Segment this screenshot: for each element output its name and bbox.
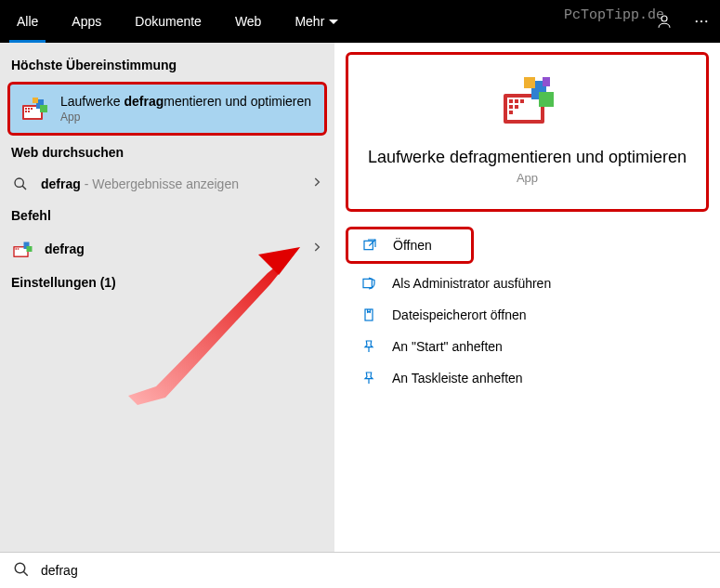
svg-rect-7 [28, 108, 30, 110]
svg-point-0 [661, 16, 667, 21]
command-label: defrag [45, 242, 310, 256]
ellipsis-icon[interactable] [683, 0, 720, 43]
svg-rect-13 [33, 98, 38, 103]
svg-point-3 [705, 20, 707, 22]
content-area: Höchste Übereinstimmung Laufwerke defrag… [0, 43, 720, 552]
action-run-admin[interactable]: Als Administrator ausführen [334, 268, 720, 299]
action-open-label: Öffnen [393, 238, 432, 253]
svg-point-42 [15, 563, 25, 573]
svg-rect-31 [509, 111, 513, 114]
action-pin-taskbar[interactable]: An Taskleiste anheften [334, 362, 720, 394]
pin-taskbar-icon [360, 370, 377, 386]
tab-documents[interactable]: Dokumente [118, 0, 218, 43]
tab-more-label: Mehr [295, 14, 324, 29]
action-pinstart-label: An "Start" anheften [392, 339, 503, 354]
command-result[interactable]: defrag [0, 229, 334, 269]
title-pre: Laufwerke [60, 94, 124, 109]
svg-rect-9 [25, 111, 27, 112]
best-match-title: Laufwerke defragmentieren und optimieren [60, 94, 315, 109]
title-post: mentieren und optimieren [164, 94, 311, 109]
search-icon [13, 561, 30, 581]
best-match-header: Höchste Übereinstimmung [0, 52, 334, 78]
defrag-large-icon [498, 72, 557, 131]
chevron-right-icon [310, 241, 323, 257]
tab-web[interactable]: Web [218, 0, 279, 43]
svg-rect-12 [40, 105, 47, 112]
svg-rect-8 [31, 108, 33, 110]
action-open[interactable]: Öffnen [346, 227, 474, 264]
detail-panel: Laufwerke defragmentieren und optimieren… [334, 43, 720, 552]
svg-rect-33 [539, 92, 554, 107]
svg-point-2 [700, 20, 702, 22]
chevron-right-icon [310, 176, 323, 192]
tab-all[interactable]: Alle [0, 0, 55, 43]
web-result-text: defrag - Webergebnisse anzeigen [41, 176, 310, 191]
header-tabs: Alle Apps Dokumente Web Mehr [0, 0, 355, 43]
svg-rect-35 [543, 77, 550, 86]
folder-icon [360, 307, 377, 323]
action-admin-label: Als Administrator ausführen [392, 276, 551, 291]
svg-rect-29 [509, 105, 513, 109]
action-list: Öffnen Als Administrator ausführen Datei… [334, 212, 720, 394]
action-location-label: Dateispeicherort öffnen [392, 307, 527, 322]
search-input[interactable] [41, 563, 707, 578]
svg-rect-30 [515, 105, 518, 109]
tab-apps[interactable]: Apps [55, 0, 118, 43]
svg-line-15 [22, 186, 26, 189]
svg-rect-19 [18, 248, 20, 250]
detail-subtitle: App [367, 171, 687, 185]
tab-all-label: Alle [17, 14, 38, 29]
defrag-cmd-icon [11, 238, 33, 260]
tab-more[interactable]: Mehr [278, 0, 355, 43]
detail-card: Laufwerke defragmentieren und optimieren… [346, 52, 709, 212]
tab-web-label: Web [235, 14, 262, 29]
action-pintask-label: An Taskleiste anheften [392, 371, 523, 385]
best-match-result[interactable]: Laufwerke defragmentieren und optimieren… [7, 82, 327, 136]
svg-rect-38 [363, 279, 372, 287]
defrag-app-icon [20, 94, 49, 124]
action-open-location[interactable]: Dateispeicherort öffnen [334, 299, 720, 331]
tab-documents-label: Dokumente [135, 14, 202, 29]
chevron-down-icon [329, 20, 338, 24]
open-icon [361, 237, 378, 254]
svg-rect-18 [16, 248, 18, 250]
header-right [646, 0, 720, 43]
web-search-header: Web durchsuchen [0, 139, 334, 165]
best-match-text: Laufwerke defragmentieren und optimieren… [60, 94, 315, 124]
search-icon [11, 175, 30, 193]
command-header: Befehl [0, 203, 334, 229]
svg-point-1 [696, 20, 698, 22]
admin-icon [360, 275, 377, 292]
svg-rect-21 [27, 246, 33, 252]
svg-rect-34 [524, 77, 535, 88]
web-search-result[interactable]: defrag - Webergebnisse anzeigen [0, 165, 334, 203]
detail-title: Laufwerke defragmentieren und optimieren [367, 148, 687, 167]
svg-rect-27 [515, 99, 518, 103]
header-bar: Alle Apps Dokumente Web Mehr PcTopTipp.d… [0, 0, 720, 43]
tab-apps-label: Apps [72, 14, 101, 29]
svg-point-14 [15, 178, 23, 187]
svg-rect-26 [509, 99, 513, 103]
title-bold: defrag [124, 94, 164, 109]
action-pin-start[interactable]: An "Start" anheften [334, 331, 720, 362]
best-match-subtitle: App [60, 111, 315, 124]
web-query: defrag [41, 176, 81, 191]
svg-rect-28 [520, 99, 524, 103]
pin-start-icon [360, 338, 377, 355]
svg-rect-10 [28, 111, 30, 112]
svg-rect-39 [365, 309, 373, 320]
search-bar [0, 552, 720, 588]
account-icon[interactable] [646, 0, 683, 43]
svg-rect-6 [25, 108, 27, 110]
svg-line-43 [23, 571, 28, 576]
web-hint: - Webergebnisse anzeigen [81, 176, 239, 191]
svg-rect-36 [364, 241, 373, 249]
results-panel: Höchste Übereinstimmung Laufwerke defrag… [0, 43, 334, 552]
settings-header: Einstellungen (1) [0, 269, 334, 295]
